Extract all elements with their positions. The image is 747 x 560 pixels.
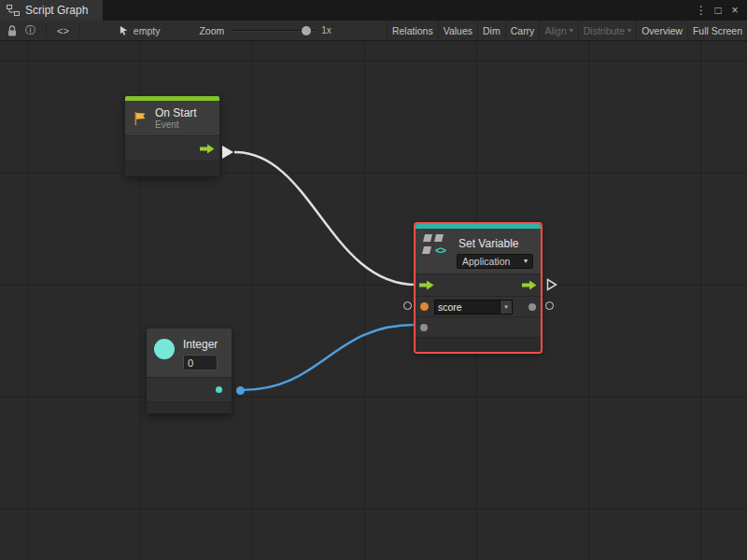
close-icon[interactable]: × xyxy=(727,4,742,17)
code-glyph-icon: <> xyxy=(435,245,445,256)
on-start-flow-row xyxy=(125,135,219,161)
connection-layer xyxy=(0,41,747,560)
info-icon[interactable]: ⓘ xyxy=(21,21,39,41)
align-button[interactable]: Align ▾ xyxy=(539,21,577,41)
connection-start-dot-icon[interactable] xyxy=(236,386,245,395)
align-label: Align xyxy=(544,25,566,36)
dim-button[interactable]: Dim xyxy=(477,21,505,41)
flow-input-port-icon[interactable] xyxy=(419,280,434,290)
distribute-button[interactable]: Distribute ▾ xyxy=(578,21,636,41)
variables-icon: <> xyxy=(421,233,445,256)
tab-label: Script Graph xyxy=(25,4,88,17)
kebab-menu-icon[interactable]: ⋮ xyxy=(694,4,709,17)
on-start-header[interactable]: On Start Event xyxy=(125,101,219,135)
relations-button[interactable]: Relations xyxy=(387,21,438,41)
node-title: Set Variable xyxy=(458,237,518,250)
zoom-slider[interactable] xyxy=(233,21,315,41)
overview-button[interactable]: Overview xyxy=(636,21,687,41)
chevron-down-icon: ▾ xyxy=(570,27,573,35)
integer-type-icon xyxy=(154,339,175,359)
flow-output-port-icon[interactable] xyxy=(522,280,537,290)
flag-icon xyxy=(133,111,148,126)
on-start-footer xyxy=(125,161,219,176)
zoom-value: 1x xyxy=(321,25,331,35)
toolbar-separator xyxy=(46,23,47,38)
selection-label: empty xyxy=(134,25,161,36)
flow-output-port-icon[interactable] xyxy=(200,144,215,154)
maximize-icon[interactable]: □ xyxy=(711,4,726,17)
flow-continuation-triangle-icon[interactable] xyxy=(546,278,557,291)
integer-output-row xyxy=(147,377,232,401)
zoom-label: Zoom xyxy=(199,25,224,36)
set-variable-footer xyxy=(416,337,541,352)
values-button[interactable]: Values xyxy=(438,21,477,41)
variable-box-icon xyxy=(421,245,432,256)
wire-onstart-to-setvariable[interactable] xyxy=(234,152,416,285)
node-set-variable[interactable]: <> Set Variable Application ▾ ▾ xyxy=(416,224,541,352)
graph-icon xyxy=(7,5,20,16)
variable-boxes-icon xyxy=(421,233,445,244)
integer-header[interactable]: Integer xyxy=(147,329,232,377)
fullscreen-button[interactable]: Full Screen xyxy=(687,21,747,41)
set-variable-flow-row xyxy=(416,273,541,296)
set-variable-value-row xyxy=(416,316,541,337)
set-variable-header[interactable]: <> Set Variable Application ▾ xyxy=(416,229,541,273)
chevron-down-icon: ▾ xyxy=(627,27,631,35)
variable-name-field[interactable]: ▾ xyxy=(434,300,513,315)
selection-indicator: empty xyxy=(119,25,161,36)
wire-integer-to-setvariable[interactable] xyxy=(242,325,415,390)
node-on-start[interactable]: On Start Event xyxy=(125,96,219,176)
value-input-port[interactable] xyxy=(420,324,428,331)
code-preview-icon[interactable]: <> xyxy=(53,21,73,41)
toolbar-buttons: Relations Values Dim Carry Align ▾ Distr… xyxy=(387,21,747,41)
chevron-down-icon[interactable]: ▾ xyxy=(500,301,512,314)
set-variable-name-row: ▾ xyxy=(416,296,541,316)
name-input-port[interactable] xyxy=(420,302,429,311)
integer-value-field[interactable] xyxy=(183,355,218,371)
integer-footer xyxy=(147,401,232,413)
toolbar-separator xyxy=(79,23,80,38)
zoom-slider-knob[interactable] xyxy=(302,26,311,35)
graph-toolbar: ⓘ <> empty Zoom 1x Relations Values Dim … xyxy=(0,21,747,41)
padlock-icon xyxy=(7,24,18,37)
variable-name-input[interactable] xyxy=(435,301,500,314)
external-port-left-icon[interactable] xyxy=(403,301,412,310)
distribute-label: Distribute xyxy=(584,25,625,36)
value-output-port[interactable] xyxy=(529,303,536,311)
node-integer[interactable]: Integer xyxy=(147,329,232,413)
node-title: Integer xyxy=(183,338,218,351)
title-bar: Script Graph ⋮ □ × xyxy=(0,0,747,21)
external-port-right-icon[interactable] xyxy=(545,301,554,310)
scope-value: Application xyxy=(462,256,510,267)
pointer-icon xyxy=(119,25,129,35)
tab-script-graph[interactable]: Script Graph xyxy=(0,0,103,21)
node-title: On Start xyxy=(155,106,197,119)
graph-canvas[interactable]: On Start Event xyxy=(0,41,747,560)
integer-output-port[interactable] xyxy=(216,386,222,393)
carry-button[interactable]: Carry xyxy=(505,21,540,41)
variable-scope-dropdown[interactable]: Application ▾ xyxy=(457,254,533,269)
window-controls: ⋮ □ × xyxy=(694,4,747,17)
connection-start-triangle-icon[interactable] xyxy=(221,145,234,160)
integer-value-input[interactable] xyxy=(184,356,217,370)
chevron-down-icon: ▾ xyxy=(524,258,528,265)
node-subtitle: Event xyxy=(155,119,197,130)
lock-icon[interactable] xyxy=(3,21,21,41)
